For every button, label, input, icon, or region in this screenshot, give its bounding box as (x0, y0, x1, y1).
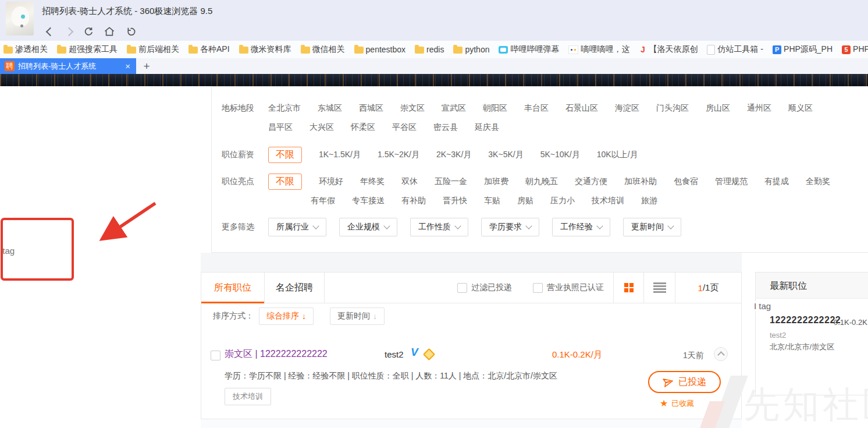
bookmark-item[interactable]: 嘀哩嘀哩，这 (568, 44, 629, 55)
filter-dropdown[interactable]: 所属行业 (268, 218, 326, 236)
filter-option[interactable]: 昌平区 (268, 118, 293, 137)
license-verified-toggle[interactable]: 营业执照已认证 (533, 282, 604, 293)
filter-option[interactable]: 1K~1.5K/月 (319, 145, 361, 164)
sidebar-job-title[interactable]: 1222222222222 (770, 315, 841, 326)
filter-dropdown[interactable]: 工作经验 (552, 218, 610, 236)
filter-dropdown[interactable]: 企业规模 (339, 218, 397, 236)
bookmark-item[interactable]: 微信相关 (301, 44, 345, 55)
filter-row-location: 地标地段 全北京市东城区西城区崇文区宣武区朝阳区丰台区石景山区海淀区门头沟区房山… (222, 98, 863, 118)
tab-job-list[interactable]: 聘 招聘列表-骑士人才系统 × (0, 58, 136, 74)
filter-option[interactable]: 双休 (401, 172, 418, 191)
filter-option[interactable]: 环境好 (319, 172, 343, 191)
filter-option[interactable]: 专车接送 (352, 191, 385, 210)
favorited-button[interactable]: ★ 已收藏 (660, 398, 694, 409)
bookmark-item[interactable]: PHP源码_PH (773, 44, 833, 55)
collapse-button[interactable] (714, 347, 728, 361)
filter-option[interactable]: 全北京市 (268, 98, 301, 118)
new-tab-button[interactable]: + (138, 58, 155, 74)
filter-option[interactable]: 通州区 (747, 98, 771, 118)
filter-option[interactable]: 包食宿 (674, 172, 698, 191)
filter-option[interactable]: 五险一金 (435, 172, 467, 191)
avatar[interactable] (6, 2, 34, 36)
filter-option[interactable]: 管理规范 (715, 172, 748, 191)
filter-option[interactable]: 5K~10K/月 (540, 145, 580, 164)
filter-dropdown[interactable]: 工作性质 (410, 218, 468, 236)
forward-button[interactable] (62, 24, 76, 38)
filter-option[interactable]: 旅游 (641, 191, 657, 210)
checkbox[interactable] (457, 283, 467, 293)
filter-option[interactable]: 有年假 (311, 191, 335, 210)
pagination[interactable]: 1 /1页 (675, 273, 741, 303)
filter-option-selected[interactable]: 不限 (268, 147, 302, 163)
filter-option[interactable]: 交通方便 (575, 172, 607, 191)
filter-option[interactable]: 宣武区 (442, 98, 466, 118)
bookmark-item[interactable]: 哔哩哔哩弹幕 (499, 44, 559, 55)
tab-famous-companies[interactable]: 名企招聘 (264, 273, 325, 303)
job-checkbox[interactable] (211, 351, 220, 360)
bookmark-item[interactable]: 各种API (188, 44, 230, 55)
filter-option[interactable]: 崇文区 (400, 98, 425, 118)
filter-option[interactable]: 东城区 (318, 98, 342, 118)
bookmark-item[interactable]: 【洛天依原创 (639, 44, 698, 55)
filter-option[interactable]: 全勤奖 (806, 172, 830, 191)
filter-option[interactable]: 延庆县 (475, 118, 499, 137)
sort-composite-button[interactable]: 综合排序 (259, 307, 314, 325)
grid-view-button[interactable] (613, 273, 643, 303)
filter-option[interactable]: 有提成 (764, 172, 789, 191)
filter-dropdown[interactable]: 更新时间 (623, 218, 681, 236)
filter-option[interactable]: 房山区 (706, 98, 730, 118)
filter-option[interactable]: 门头沟区 (656, 98, 689, 118)
filter-option[interactable]: 顺义区 (788, 98, 813, 118)
filter-option-selected[interactable]: 不限 (268, 174, 302, 190)
filter-option[interactable]: 3K~5K/月 (488, 145, 523, 164)
filter-option[interactable]: 石景山区 (565, 98, 598, 118)
filter-option[interactable]: 朝阳区 (483, 98, 507, 118)
home-button[interactable] (102, 24, 116, 38)
job-company[interactable]: test2 (385, 349, 404, 359)
bookmark-icon (639, 45, 646, 54)
filter-option[interactable]: 10K以上/月 (597, 145, 638, 164)
watermark-text: 先知社区 (744, 380, 868, 428)
checkbox[interactable] (533, 283, 543, 293)
bookmark-item[interactable]: redis (415, 45, 444, 54)
filter-option[interactable]: 技术培训 (592, 191, 624, 210)
bookmark-item[interactable]: 微米资料库 (239, 44, 291, 55)
filter-option[interactable]: 朝九晚五 (525, 172, 558, 191)
filter-option[interactable]: 车贴 (484, 191, 500, 210)
sort-update-time-button[interactable]: 更新时间 (330, 307, 385, 325)
bookmark-item[interactable]: 渗透相关 (3, 44, 48, 55)
bookmark-item[interactable]: 超强搜索工具 (57, 44, 118, 55)
back-button[interactable] (43, 24, 57, 38)
filter-label: 地标地段 (222, 98, 268, 118)
filter-option[interactable]: 平谷区 (392, 118, 417, 137)
list-view-button[interactable] (643, 273, 675, 303)
filter-option[interactable]: 海淀区 (615, 98, 639, 118)
chevron-down-icon (454, 222, 461, 229)
filter-applied-toggle[interactable]: 过滤已投递 (457, 282, 512, 293)
filter-dropdown[interactable]: 学历要求 (481, 218, 539, 236)
bookmark-item[interactable]: 仿站工具箱 - (707, 44, 763, 55)
filter-option[interactable]: 1.5K~2K/月 (378, 145, 419, 164)
filter-option[interactable]: 密云县 (433, 118, 458, 137)
filter-option[interactable]: 年终奖 (360, 172, 385, 191)
filter-option[interactable]: 怀柔区 (351, 118, 375, 137)
refresh-button[interactable] (81, 24, 95, 38)
filter-option[interactable]: 加班补助 (624, 172, 657, 191)
tab-all-jobs[interactable]: 所有职位 (201, 273, 264, 303)
job-title-link[interactable]: 崇文区 | 1222222222222 (225, 348, 328, 360)
filter-option[interactable]: 房贴 (517, 191, 533, 210)
filter-option[interactable]: 2K~3K/月 (436, 145, 471, 164)
filter-option[interactable]: 晋升快 (443, 191, 467, 210)
filter-option[interactable]: 大兴区 (310, 118, 334, 137)
filter-option[interactable]: 有补助 (401, 191, 426, 210)
close-icon[interactable]: × (123, 61, 136, 71)
bookmark-item[interactable]: python (453, 45, 489, 54)
bookmark-item[interactable]: PHP源 (842, 44, 868, 55)
filter-option[interactable]: 丰台区 (524, 98, 549, 118)
bookmark-item[interactable]: 前后端相关 (127, 44, 179, 55)
filter-option[interactable]: 加班费 (484, 172, 508, 191)
filter-option[interactable]: 压力小 (550, 191, 575, 210)
filter-option[interactable]: 西城区 (359, 98, 383, 118)
restore-tab-button[interactable] (123, 24, 137, 38)
bookmark-item[interactable]: pentestbox (354, 45, 406, 54)
